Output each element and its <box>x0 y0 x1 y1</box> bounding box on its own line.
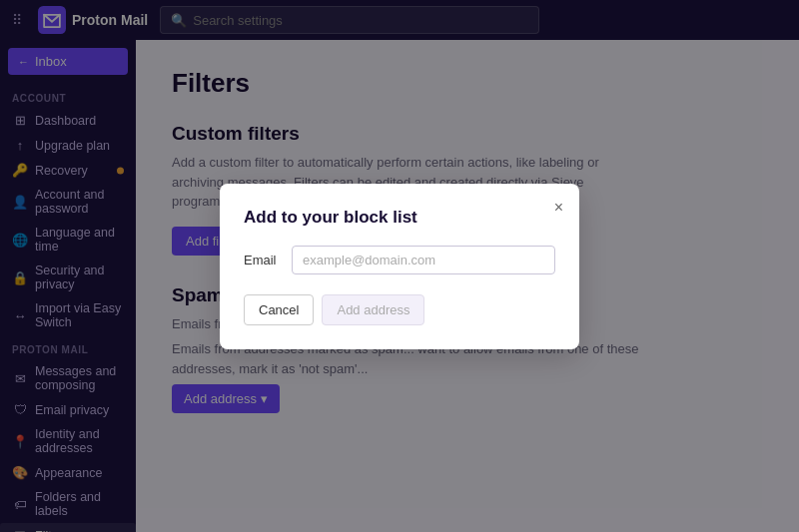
modal-actions: Cancel Add address <box>244 294 555 325</box>
cancel-button[interactable]: Cancel <box>244 294 314 325</box>
email-input[interactable] <box>292 246 555 274</box>
email-label: Email <box>244 253 280 267</box>
modal-overlay[interactable]: Add to your block list × Email Cancel Ad… <box>0 0 799 532</box>
add-address-submit-button[interactable]: Add address <box>322 294 424 325</box>
modal: Add to your block list × Email Cancel Ad… <box>220 184 579 349</box>
email-field-row: Email <box>244 246 555 274</box>
modal-close-button[interactable]: × <box>554 200 563 216</box>
modal-title: Add to your block list <box>244 208 555 228</box>
